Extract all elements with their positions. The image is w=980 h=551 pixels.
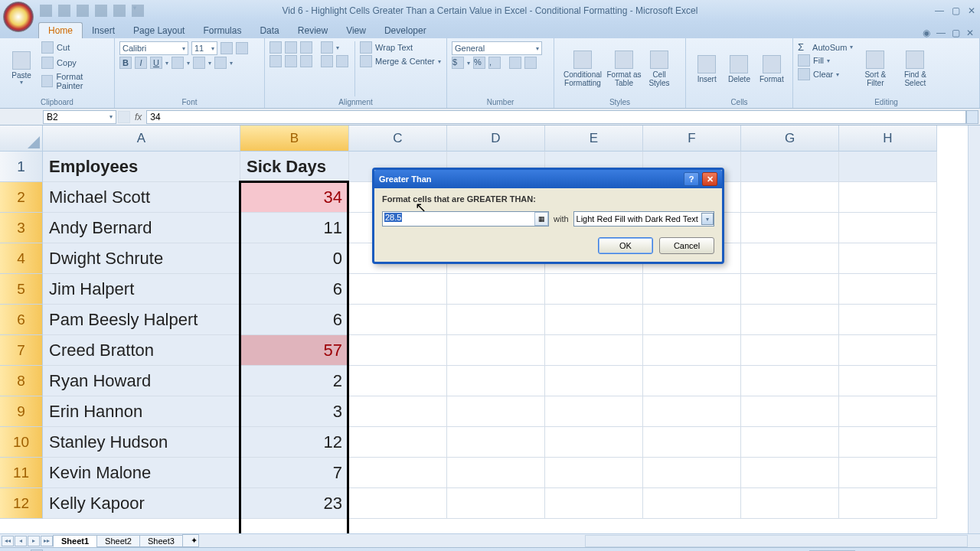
cell[interactable]: Michael Scott [43, 182, 240, 213]
cell[interactable] [741, 243, 839, 274]
cell[interactable]: Jim Halpert [43, 274, 240, 305]
cell[interactable] [447, 274, 545, 305]
tab-data[interactable]: Data [250, 23, 288, 38]
fx-icon[interactable]: fx [135, 112, 142, 122]
row-header[interactable]: 7 [0, 335, 43, 366]
underline-icon[interactable]: U [150, 57, 162, 69]
cell[interactable] [643, 396, 741, 427]
cell[interactable] [349, 427, 447, 458]
align-middle-icon[interactable] [285, 41, 297, 54]
office-button[interactable] [3, 2, 34, 32]
border-icon[interactable] [172, 57, 184, 69]
expand-formula-icon[interactable] [966, 110, 978, 124]
cell[interactable] [741, 152, 839, 182]
dec-decimal-icon[interactable] [524, 57, 537, 69]
cell[interactable] [447, 396, 545, 427]
cell[interactable] [839, 458, 937, 488]
tab-insert[interactable]: Insert [83, 23, 124, 38]
clear-button[interactable]: Clear▾ [798, 68, 853, 80]
range-picker-icon[interactable]: ▦ [534, 212, 548, 226]
cell[interactable] [839, 427, 937, 458]
column-header[interactable]: C [349, 126, 447, 152]
cell[interactable] [447, 335, 545, 366]
font-size-select[interactable]: 11▾ [191, 41, 217, 55]
cell[interactable]: 6 [240, 274, 349, 305]
close-doc-icon[interactable]: ✕ [966, 28, 974, 38]
column-header[interactable]: F [643, 126, 741, 152]
cell[interactable] [447, 366, 545, 396]
maximize-icon[interactable]: ▢ [952, 5, 960, 16]
insert-cells-button[interactable]: Insert [691, 41, 723, 96]
row-header[interactable]: 5 [0, 274, 43, 305]
copy-button[interactable]: Copy [41, 57, 109, 69]
cell[interactable] [741, 213, 839, 243]
cell[interactable]: Creed Bratton [43, 335, 240, 366]
cell[interactable] [839, 396, 937, 427]
row-header[interactable]: 8 [0, 366, 43, 396]
column-header[interactable]: E [545, 126, 643, 152]
align-bottom-icon[interactable] [300, 41, 312, 54]
cell[interactable] [545, 305, 643, 335]
cell[interactable]: Employees [43, 152, 240, 182]
cell[interactable] [545, 458, 643, 488]
cell[interactable] [741, 396, 839, 427]
save-icon[interactable] [40, 5, 52, 17]
cell[interactable]: 23 [240, 488, 349, 519]
new-sheet-button[interactable]: ✦ [182, 534, 199, 547]
column-header[interactable]: A [43, 126, 240, 152]
cell[interactable] [839, 213, 937, 243]
cell[interactable] [839, 335, 937, 366]
cell[interactable] [741, 274, 839, 305]
column-header[interactable]: G [741, 126, 839, 152]
format-painter-button[interactable]: Format Painter [41, 72, 109, 90]
find-select-button[interactable]: Find & Select [897, 41, 933, 96]
cell[interactable] [447, 305, 545, 335]
dialog-title-bar[interactable]: Greater Than ? ✕ [374, 170, 722, 188]
undo-icon[interactable] [58, 5, 70, 17]
cancel-button[interactable]: Cancel [659, 237, 714, 254]
tab-developer[interactable]: Developer [375, 23, 436, 38]
cell[interactable]: Erin Hannon [43, 396, 240, 427]
cell[interactable] [545, 427, 643, 458]
shrink-font-icon[interactable] [236, 42, 248, 54]
format-cells-button[interactable]: Format [756, 41, 788, 96]
cell[interactable]: 11 [240, 213, 349, 243]
delete-cells-button[interactable]: Delete [723, 41, 755, 96]
threshold-input[interactable] [382, 211, 549, 227]
sort-filter-button[interactable]: Sort & Filter [858, 41, 893, 96]
cell[interactable] [839, 366, 937, 396]
conditional-formatting-button[interactable]: Conditional Formatting [559, 41, 606, 96]
cell[interactable] [447, 488, 545, 519]
cell[interactable]: 7 [240, 458, 349, 488]
qat-icon[interactable] [113, 5, 126, 17]
cell[interactable] [643, 458, 741, 488]
cell[interactable] [839, 243, 937, 274]
qat-icon[interactable] [95, 5, 107, 17]
ok-button[interactable]: OK [598, 237, 653, 254]
sheet-tab[interactable]: Sheet1 [53, 535, 97, 547]
cell[interactable] [741, 335, 839, 366]
cell[interactable]: Kevin Malone [43, 458, 240, 488]
cell[interactable] [349, 366, 447, 396]
help-icon[interactable]: ◉ [923, 28, 930, 38]
restore-icon[interactable]: ▢ [952, 28, 960, 38]
cell[interactable] [839, 488, 937, 519]
tab-review[interactable]: Review [289, 23, 337, 38]
cell[interactable] [545, 488, 643, 519]
format-select[interactable]: Light Red Fill with Dark Red Text ▾ [573, 211, 714, 227]
cell[interactable]: 2 [240, 366, 349, 396]
wrap-text-button[interactable]: Wrap Text [360, 41, 441, 54]
cell[interactable]: 34 [240, 182, 349, 213]
cell[interactable]: Sick Days [240, 152, 349, 182]
cell[interactable] [643, 335, 741, 366]
dialog-help-icon[interactable]: ? [684, 172, 699, 186]
tab-formulas[interactable]: Formulas [194, 23, 250, 38]
cell[interactable] [643, 488, 741, 519]
font-select[interactable]: Calibri▾ [119, 41, 188, 55]
cell[interactable] [447, 458, 545, 488]
cut-button[interactable]: Cut [41, 41, 109, 54]
merge-center-button[interactable]: Merge & Center▾ [360, 55, 441, 67]
row-header[interactable]: 12 [0, 488, 43, 519]
fill-button[interactable]: Fill▾ [798, 54, 853, 67]
comma-icon[interactable]: , [488, 57, 501, 69]
